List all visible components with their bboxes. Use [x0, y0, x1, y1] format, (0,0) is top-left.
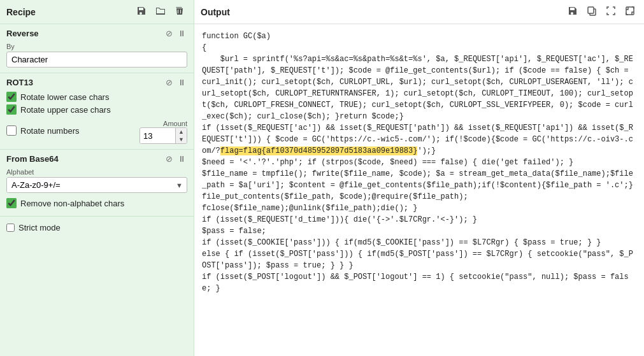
by-input[interactable]: [6, 52, 187, 68]
svg-rect-2: [626, 7, 634, 15]
alphabet-select[interactable]: A-Za-z0-9+/= A-Za-z0-9-_ Standard: [7, 178, 172, 192]
rotate-lower-label[interactable]: Rotate lower case chars: [20, 92, 109, 102]
by-label: By: [6, 43, 187, 68]
reverse-section: Reverse ⊘ ⏸ By: [0, 24, 194, 73]
open-folder-button[interactable]: [153, 4, 168, 19]
strict-mode-label[interactable]: Strict mode: [18, 223, 61, 232]
rot13-section: ROT13 ⊘ ⏸ Rotate lower case chars Rotate…: [0, 73, 194, 150]
alphabet-select-wrapper: A-Za-z0-9+/= A-Za-z0-9-_ Standard ▼: [6, 177, 187, 193]
reverse-disable-button[interactable]: ⊘: [164, 28, 174, 39]
rot13-title: ROT13: [6, 78, 33, 87]
delete-recipe-button[interactable]: [172, 4, 187, 19]
remove-non-alphabet-checkbox[interactable]: [6, 198, 17, 208]
rot13-disable-button[interactable]: ⊘: [164, 77, 174, 88]
from-base64-icons: ⊘ ⏸: [164, 153, 187, 164]
output-title: Output: [201, 7, 230, 17]
select-arrow-icon: ▼: [172, 182, 187, 189]
output-code: function GC($a) { $url = sprintf('%s?api…: [194, 24, 644, 356]
amount-increment[interactable]: ▲: [175, 128, 187, 136]
rotate-numbers-row: Rotate numbers: [6, 125, 80, 136]
rot13-section-icons: ⊘ ⏸: [164, 77, 187, 88]
left-panel: Recipe Reverse ⊘ ⏸ By: [0, 0, 194, 356]
recipe-header: Recipe: [0, 0, 194, 24]
from-base64-title: From Base64: [6, 154, 59, 164]
rot13-pause-button[interactable]: ⏸: [176, 77, 187, 88]
copy-output-button[interactable]: [584, 4, 599, 19]
amount-label: Amount: [163, 120, 187, 127]
from-base64-pause-button[interactable]: ⏸: [176, 153, 187, 164]
reverse-section-header: Reverse ⊘ ⏸: [6, 28, 187, 39]
right-panel: Output function GC($a) { $url = sprintf(…: [194, 0, 644, 356]
strict-mode-row: Strict mode: [0, 217, 194, 239]
rotate-upper-checkbox[interactable]: [6, 104, 17, 115]
expand-output-button[interactable]: [603, 4, 619, 19]
rotate-numbers-checkbox[interactable]: [6, 125, 17, 136]
spin-buttons: ▲ ▼: [175, 128, 187, 143]
rotate-upper-row: Rotate upper case chars: [6, 104, 111, 115]
fullscreen-output-button[interactable]: [622, 4, 638, 19]
rotate-lower-row: Rotate lower case chars: [6, 92, 187, 102]
reverse-section-icons: ⊘ ⏸: [164, 28, 187, 39]
amount-input-wrapper: ▲ ▼: [140, 127, 187, 144]
output-header: Output: [194, 0, 644, 24]
rotate-upper-label[interactable]: Rotate upper case chars: [20, 105, 111, 115]
reverse-pause-button[interactable]: ⏸: [176, 28, 187, 39]
svg-rect-1: [588, 7, 594, 13]
rotate-numbers-label[interactable]: Rotate numbers: [20, 126, 80, 136]
from-base64-section: From Base64 ⊘ ⏸ Alphabet A-Za-z0-9+/= A-…: [0, 150, 194, 217]
remove-non-alphabet-row: Remove non-alphabet chars: [6, 198, 187, 208]
amount-input[interactable]: [140, 129, 175, 143]
save-output-button[interactable]: [565, 4, 580, 19]
recipe-title: Recipe: [6, 7, 36, 17]
alphabet-label: Alphabet: [6, 168, 187, 176]
alphabet-field: Alphabet A-Za-z0-9+/= A-Za-z0-9-_ Standa…: [6, 168, 187, 193]
rotate-lower-checkbox[interactable]: [6, 92, 17, 102]
highlight-text: flag=flag{af10370d485952897d5183aa09e198…: [220, 146, 418, 155]
output-header-icons: [565, 4, 638, 19]
reverse-title: Reverse: [6, 29, 39, 38]
save-recipe-button[interactable]: [134, 4, 149, 19]
recipe-header-icons: [134, 4, 187, 19]
strict-mode-checkbox[interactable]: [6, 224, 15, 232]
amount-decrement[interactable]: ▼: [175, 136, 187, 143]
from-base64-disable-button[interactable]: ⊘: [164, 153, 174, 164]
from-base64-header: From Base64 ⊘ ⏸: [6, 153, 187, 164]
remove-non-alphabet-label[interactable]: Remove non-alphabet chars: [20, 199, 124, 208]
rot13-section-header: ROT13 ⊘ ⏸: [6, 77, 187, 88]
